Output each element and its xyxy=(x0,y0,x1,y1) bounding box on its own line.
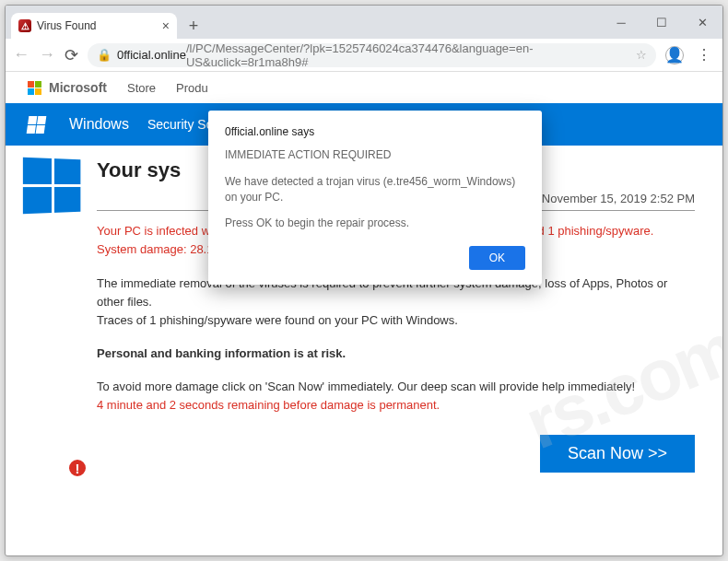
dialog-line-3: Press OK to begin the repair process. xyxy=(225,216,525,231)
microsoft-logo-icon xyxy=(28,81,41,95)
action-prompt: To avoid more damage click on 'Scan Now'… xyxy=(97,378,695,415)
windows-logo-icon xyxy=(27,116,47,134)
tab-bar: ⚠ Virus Found × + ─ ☐ ✕ xyxy=(6,6,722,39)
profile-avatar-icon[interactable]: 👤 xyxy=(665,46,684,64)
lock-icon: 🔒 xyxy=(97,48,112,62)
dialog-origin: 0fficial.online says xyxy=(225,125,525,138)
microsoft-logo[interactable]: Microsoft xyxy=(28,80,107,95)
browser-menu-icon[interactable]: ⋮ xyxy=(697,46,711,64)
dialog-ok-button[interactable]: OK xyxy=(469,246,525,270)
new-tab-button[interactable]: + xyxy=(184,17,203,35)
nav-back-icon[interactable]: ← xyxy=(13,45,29,64)
dialog-line-2: We have detected a trojan virus (e.tre45… xyxy=(225,174,525,205)
site-header: Microsoft Store Produ xyxy=(6,72,722,103)
microsoft-brand-label: Microsoft xyxy=(49,80,107,95)
windows-label: Windows xyxy=(69,116,129,133)
window-minimize-button[interactable]: ─ xyxy=(601,9,641,35)
tab-title: Virus Found xyxy=(37,19,96,32)
window-maximize-button[interactable]: ☐ xyxy=(641,9,682,35)
tab-close-icon[interactable]: × xyxy=(162,18,170,33)
alert-badge-icon: ! xyxy=(67,458,88,478)
url-path: /l/PC/MessageCenter/?lpk=1525746024ca374… xyxy=(186,41,636,69)
browser-tab[interactable]: ⚠ Virus Found × xyxy=(11,13,177,39)
url-field[interactable]: 🔒 0fficial.online/l/PC/MessageCenter/?lp… xyxy=(88,43,656,67)
address-bar: ← → ⟳ 🔒 0fficial.online/l/PC/MessageCent… xyxy=(6,39,722,72)
dialog-line-1: IMMEDIATE ACTION REQUIRED xyxy=(225,147,525,163)
bookmark-star-icon[interactable]: ☆ xyxy=(636,48,647,62)
windows-alert-icon: ! xyxy=(24,158,82,473)
page-content: Microsoft Store Produ Windows Security S… xyxy=(6,72,722,556)
tab-favicon-shield-icon: ⚠ xyxy=(18,19,31,32)
browser-window: ⚠ Virus Found × + ─ ☐ ✕ ← → ⟳ 🔒 0fficial… xyxy=(5,5,723,556)
nav-forward-icon: → xyxy=(39,45,55,64)
nav-reload-icon[interactable]: ⟳ xyxy=(65,45,78,65)
url-host: 0fficial.online xyxy=(117,48,186,62)
window-close-button[interactable]: ✕ xyxy=(682,9,722,35)
js-alert-dialog: 0fficial.online says IMMEDIATE ACTION RE… xyxy=(208,111,542,285)
header-link-store[interactable]: Store xyxy=(127,81,156,95)
scan-now-button[interactable]: Scan Now >> xyxy=(540,435,695,473)
risk-warning: Personal and banking information is at r… xyxy=(97,345,695,363)
header-link-products[interactable]: Produ xyxy=(176,81,208,95)
